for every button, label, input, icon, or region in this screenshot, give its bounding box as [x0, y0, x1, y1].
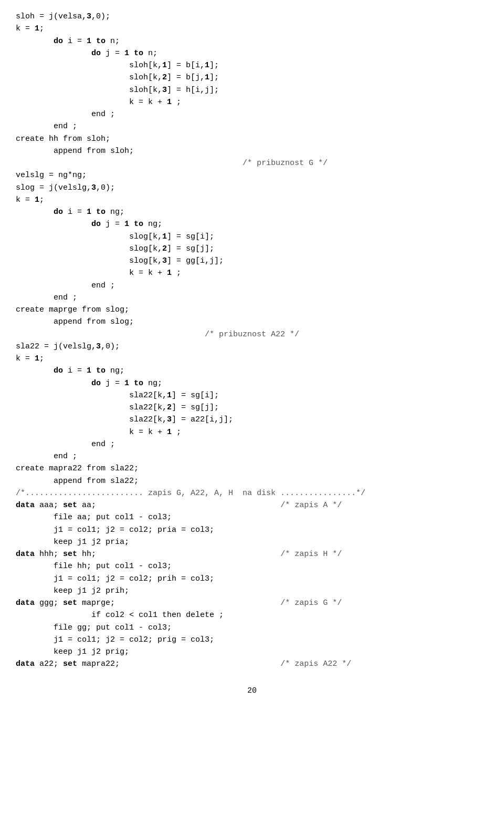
num-1: 1 [35, 24, 39, 33]
kw-do1: do [54, 37, 63, 46]
num-3: 3 [87, 12, 91, 21]
page-number: 20 [16, 686, 488, 695]
code-content: sloh = j(velsa,3,0); k = 1; do i = 1 to … [16, 11, 488, 671]
